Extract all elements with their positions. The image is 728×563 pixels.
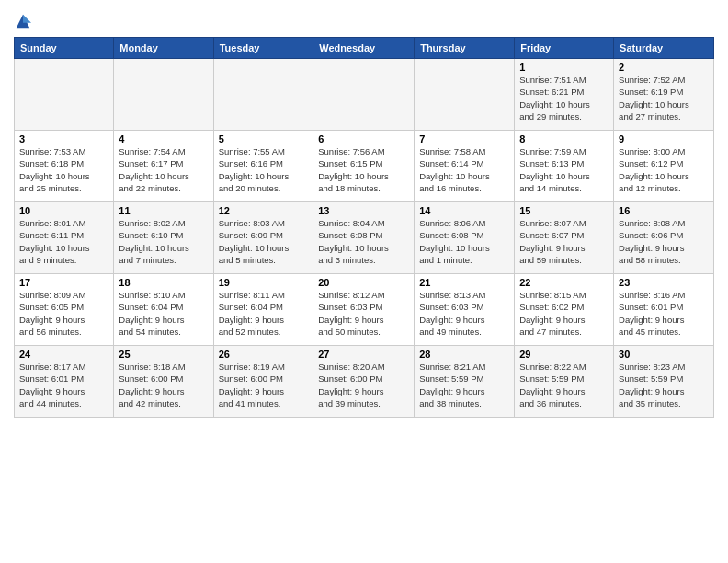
day-info: Sunrise: 7:59 AMSunset: 6:13 PMDaylight:… [519,145,609,194]
weekday-header-thursday: Thursday [415,38,515,59]
day-cell-8: 8Sunrise: 7:59 AMSunset: 6:13 PMDaylight… [515,131,614,202]
day-cell-14: 14Sunrise: 8:06 AMSunset: 6:08 PMDayligh… [415,202,515,274]
day-cell-17: 17Sunrise: 8:09 AMSunset: 6:05 PMDayligh… [15,274,114,346]
week-row-4: 17Sunrise: 8:09 AMSunset: 6:05 PMDayligh… [15,274,714,346]
header [14,9,714,29]
day-number: 29 [519,349,609,360]
day-info: Sunrise: 8:12 AMSunset: 6:03 PMDaylight:… [318,289,409,338]
day-cell-20: 20Sunrise: 8:12 AMSunset: 6:03 PMDayligh… [313,274,415,346]
day-info: Sunrise: 8:06 AMSunset: 6:08 PMDaylight:… [419,217,509,266]
day-number: 20 [318,277,409,288]
day-cell-22: 22Sunrise: 8:15 AMSunset: 6:02 PMDayligh… [515,274,614,346]
empty-cell [114,59,213,131]
day-info: Sunrise: 8:11 AMSunset: 6:04 PMDaylight:… [219,289,309,338]
day-number: 25 [119,349,208,360]
day-number: 26 [219,349,309,360]
day-info: Sunrise: 8:03 AMSunset: 6:09 PMDaylight:… [219,217,309,266]
day-number: 19 [219,277,309,288]
day-info: Sunrise: 8:22 AMSunset: 5:59 PMDaylight:… [519,361,609,409]
day-cell-27: 27Sunrise: 8:20 AMSunset: 6:00 PMDayligh… [313,346,415,418]
weekday-header-saturday: Saturday [614,38,714,59]
day-info: Sunrise: 7:58 AMSunset: 6:14 PMDaylight:… [419,145,509,194]
day-cell-9: 9Sunrise: 8:00 AMSunset: 6:12 PMDaylight… [614,131,714,202]
day-cell-23: 23Sunrise: 8:16 AMSunset: 6:01 PMDayligh… [614,274,714,346]
calendar-table: SundayMondayTuesdayWednesdayThursdayFrid… [14,37,714,418]
day-number: 30 [619,349,709,360]
day-number: 24 [19,349,108,360]
day-cell-21: 21Sunrise: 8:13 AMSunset: 6:03 PMDayligh… [415,274,515,346]
page: SundayMondayTuesdayWednesdayThursdayFrid… [0,0,728,563]
svg-marker-1 [23,15,31,23]
day-info: Sunrise: 7:52 AMSunset: 6:19 PMDaylight:… [619,74,709,122]
day-cell-26: 26Sunrise: 8:19 AMSunset: 6:00 PMDayligh… [213,346,313,418]
weekday-header-monday: Monday [114,38,213,59]
day-cell-3: 3Sunrise: 7:53 AMSunset: 6:18 PMDaylight… [15,131,114,202]
day-info: Sunrise: 7:53 AMSunset: 6:18 PMDaylight:… [19,145,108,194]
day-info: Sunrise: 8:01 AMSunset: 6:11 PMDaylight:… [19,217,108,266]
day-info: Sunrise: 8:16 AMSunset: 6:01 PMDaylight:… [619,289,709,338]
day-number: 13 [318,205,409,216]
day-cell-10: 10Sunrise: 8:01 AMSunset: 6:11 PMDayligh… [15,202,114,274]
day-number: 15 [519,205,609,216]
day-number: 10 [19,205,108,216]
day-info: Sunrise: 8:15 AMSunset: 6:02 PMDaylight:… [519,289,609,338]
day-number: 2 [619,62,709,73]
day-number: 5 [219,133,309,144]
weekday-header-row: SundayMondayTuesdayWednesdayThursdayFrid… [15,38,714,59]
weekday-header-tuesday: Tuesday [213,38,313,59]
day-number: 8 [519,133,609,144]
day-number: 12 [219,205,309,216]
day-number: 18 [119,277,208,288]
day-cell-2: 2Sunrise: 7:52 AMSunset: 6:19 PMDaylight… [614,59,714,131]
weekday-header-sunday: Sunday [15,38,114,59]
day-info: Sunrise: 8:10 AMSunset: 6:04 PMDaylight:… [119,289,208,338]
day-info: Sunrise: 7:55 AMSunset: 6:16 PMDaylight:… [219,145,309,194]
day-number: 22 [519,277,609,288]
day-number: 1 [519,62,609,73]
day-info: Sunrise: 8:18 AMSunset: 6:00 PMDaylight:… [119,361,208,409]
day-info: Sunrise: 8:02 AMSunset: 6:10 PMDaylight:… [119,217,208,266]
day-info: Sunrise: 7:56 AMSunset: 6:15 PMDaylight:… [318,145,409,194]
day-info: Sunrise: 8:07 AMSunset: 6:07 PMDaylight:… [519,217,609,266]
day-cell-25: 25Sunrise: 8:18 AMSunset: 6:00 PMDayligh… [114,346,213,418]
day-cell-28: 28Sunrise: 8:21 AMSunset: 5:59 PMDayligh… [415,346,515,418]
day-number: 7 [419,133,509,144]
day-info: Sunrise: 8:09 AMSunset: 6:05 PMDaylight:… [19,289,108,338]
week-row-5: 24Sunrise: 8:17 AMSunset: 6:01 PMDayligh… [15,346,714,418]
day-number: 6 [318,133,409,144]
day-cell-18: 18Sunrise: 8:10 AMSunset: 6:04 PMDayligh… [114,274,213,346]
day-cell-4: 4Sunrise: 7:54 AMSunset: 6:17 PMDaylight… [114,131,213,202]
week-row-2: 3Sunrise: 7:53 AMSunset: 6:18 PMDaylight… [15,131,714,202]
day-number: 27 [318,349,409,360]
day-number: 23 [619,277,709,288]
day-number: 17 [19,277,108,288]
week-row-3: 10Sunrise: 8:01 AMSunset: 6:11 PMDayligh… [15,202,714,274]
day-cell-1: 1Sunrise: 7:51 AMSunset: 6:21 PMDaylight… [515,59,614,131]
day-info: Sunrise: 8:08 AMSunset: 6:06 PMDaylight:… [619,217,709,266]
day-number: 4 [119,133,208,144]
day-cell-12: 12Sunrise: 8:03 AMSunset: 6:09 PMDayligh… [213,202,313,274]
day-number: 28 [419,349,509,360]
day-cell-29: 29Sunrise: 8:22 AMSunset: 5:59 PMDayligh… [515,346,614,418]
day-number: 16 [619,205,709,216]
empty-cell [313,59,415,131]
day-info: Sunrise: 8:04 AMSunset: 6:08 PMDaylight:… [318,217,409,266]
day-info: Sunrise: 7:51 AMSunset: 6:21 PMDaylight:… [519,74,609,122]
day-cell-19: 19Sunrise: 8:11 AMSunset: 6:04 PMDayligh… [213,274,313,346]
weekday-header-friday: Friday [515,38,614,59]
day-cell-24: 24Sunrise: 8:17 AMSunset: 6:01 PMDayligh… [15,346,114,418]
day-cell-13: 13Sunrise: 8:04 AMSunset: 6:08 PMDayligh… [313,202,415,274]
day-number: 14 [419,205,509,216]
logo [14,13,31,29]
day-cell-6: 6Sunrise: 7:56 AMSunset: 6:15 PMDaylight… [313,131,415,202]
day-info: Sunrise: 8:19 AMSunset: 6:00 PMDaylight:… [219,361,309,409]
day-cell-5: 5Sunrise: 7:55 AMSunset: 6:16 PMDaylight… [213,131,313,202]
day-cell-11: 11Sunrise: 8:02 AMSunset: 6:10 PMDayligh… [114,202,213,274]
empty-cell [213,59,313,131]
day-number: 11 [119,205,208,216]
week-row-1: 1Sunrise: 7:51 AMSunset: 6:21 PMDaylight… [15,59,714,131]
day-info: Sunrise: 8:21 AMSunset: 5:59 PMDaylight:… [419,361,509,409]
logo-icon [15,13,31,29]
empty-cell [15,59,114,131]
day-info: Sunrise: 7:54 AMSunset: 6:17 PMDaylight:… [119,145,208,194]
